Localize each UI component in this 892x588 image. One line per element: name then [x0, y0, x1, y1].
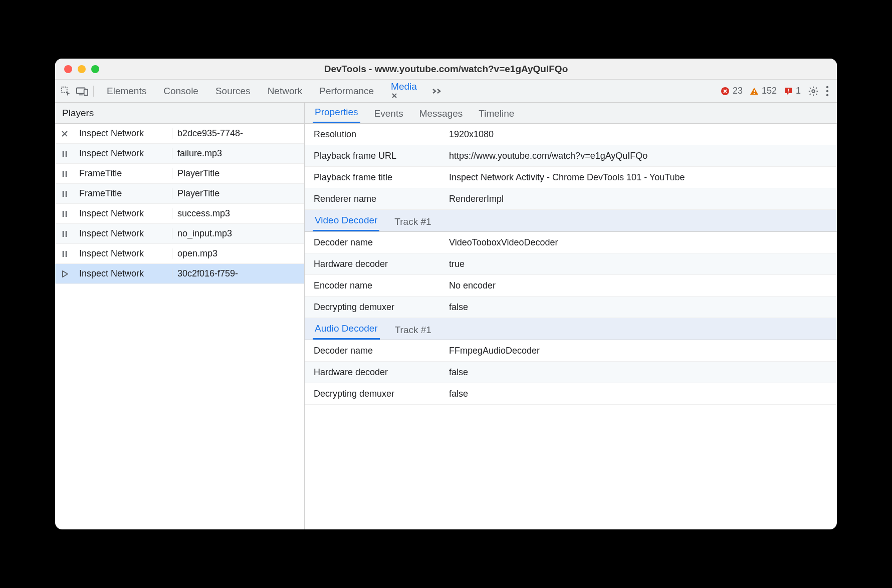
player-row[interactable]: FrameTitlePlayerTitle: [55, 164, 304, 184]
settings-icon[interactable]: [808, 86, 819, 97]
audio-decoder-tab[interactable]: Audio Decoder: [313, 319, 380, 340]
svg-marker-32: [63, 271, 68, 277]
player-frame: Inspect Network: [74, 268, 172, 279]
issue-count-value: 1: [796, 86, 801, 96]
property-key: Hardware decoder: [314, 367, 449, 378]
player-frame: Inspect Network: [74, 228, 172, 239]
player-row[interactable]: Inspect Networkfailure.mp3: [55, 144, 304, 164]
svg-point-14: [812, 90, 815, 93]
properties-list: Resolution1920x1080Playback frame URLhtt…: [305, 124, 837, 529]
more-tabs-icon[interactable]: [432, 87, 443, 95]
main-toolbar: Elements Console Sources Network Perform…: [55, 80, 837, 103]
property-key: Renderer name: [314, 194, 449, 204]
players-list: Inspect Networkb2dce935-7748-Inspect Net…: [55, 124, 304, 529]
player-title: 30c2f016-f759-: [172, 268, 304, 279]
inspect-element-icon[interactable]: [60, 86, 71, 97]
tab-media-label: Media: [391, 81, 417, 92]
property-key: Decoder name: [314, 346, 449, 356]
property-key: Resolution: [314, 129, 449, 140]
player-frame: Inspect Network: [74, 248, 172, 259]
subtab-events[interactable]: Events: [372, 104, 405, 123]
details-pane: Properties Events Messages Timeline Reso…: [305, 103, 837, 529]
players-header: Players: [55, 103, 304, 124]
property-value: 1920x1080: [449, 129, 828, 140]
detail-subtabs: Properties Events Messages Timeline: [305, 103, 837, 124]
player-row[interactable]: Inspect Networksuccess.mp3: [55, 204, 304, 224]
property-key: Encoder name: [314, 280, 449, 291]
audio-decoder-section: Audio Decoder Track #1: [305, 318, 837, 340]
device-toggle-icon[interactable]: [76, 86, 88, 96]
pause-icon: [55, 170, 74, 178]
property-key: Decrypting demuxer: [314, 389, 449, 399]
property-row: Playback frame URLhttps://www.youtube.co…: [305, 145, 837, 167]
kebab-menu-icon[interactable]: [826, 86, 829, 97]
zoom-window-button[interactable]: [91, 65, 99, 73]
svg-point-13: [788, 91, 789, 92]
close-icon[interactable]: [391, 92, 418, 99]
player-title: success.mp3: [172, 208, 304, 219]
devtools-window: DevTools - www.youtube.com/watch?v=e1gAy…: [55, 59, 837, 529]
property-key: Playback frame title: [314, 172, 449, 183]
play-icon: [55, 270, 74, 278]
property-row: Hardware decodertrue: [305, 253, 837, 275]
titlebar: DevTools - www.youtube.com/watch?v=e1gAy…: [55, 59, 837, 80]
audio-track-tab[interactable]: Track #1: [393, 321, 433, 340]
error-icon: [721, 87, 730, 96]
window-title: DevTools - www.youtube.com/watch?v=e1gAy…: [55, 64, 837, 75]
property-value: RendererImpl: [449, 194, 828, 204]
property-key: Hardware decoder: [314, 259, 449, 269]
svg-point-10: [754, 93, 755, 94]
player-row[interactable]: Inspect Network30c2f016-f759-: [55, 264, 304, 284]
property-key: Decrypting demuxer: [314, 302, 449, 313]
svg-rect-3: [84, 89, 88, 95]
warning-count[interactable]: 152: [750, 86, 777, 96]
player-title: b2dce935-7748-: [172, 128, 304, 139]
property-value: VideoTooboxVideoDecoder: [449, 237, 828, 248]
status-area: 23 152 1: [721, 86, 832, 97]
warning-icon: [750, 87, 759, 96]
tab-performance[interactable]: Performance: [316, 82, 377, 101]
property-value: Inspect Network Activity - Chrome DevToo…: [449, 172, 828, 183]
property-value: https://www.youtube.com/watch?v=e1gAyQuI…: [449, 151, 828, 161]
pause-icon: [55, 150, 74, 158]
property-value: false: [449, 389, 828, 399]
traffic-lights: [55, 65, 99, 73]
property-value: FFmpegAudioDecoder: [449, 346, 828, 356]
player-row[interactable]: Inspect Networkb2dce935-7748-: [55, 124, 304, 144]
close-window-button[interactable]: [64, 65, 72, 73]
player-row[interactable]: FrameTitlePlayerTitle: [55, 184, 304, 204]
error-count-value: 23: [733, 86, 743, 96]
video-decoder-tab[interactable]: Video Decoder: [313, 211, 379, 231]
minimize-window-button[interactable]: [78, 65, 86, 73]
tab-media[interactable]: Media: [388, 77, 421, 105]
issue-count[interactable]: 1: [784, 86, 801, 96]
video-decoder-section: Video Decoder Track #1: [305, 210, 837, 232]
property-row: Decoder nameVideoTooboxVideoDecoder: [305, 232, 837, 253]
player-title: failure.mp3: [172, 148, 304, 159]
player-frame: Inspect Network: [74, 208, 172, 219]
property-row: Renderer nameRendererImpl: [305, 188, 837, 210]
property-row: Resolution1920x1080: [305, 124, 837, 145]
property-key: Decoder name: [314, 237, 449, 248]
subtab-messages[interactable]: Messages: [417, 104, 465, 123]
property-row: Hardware decoderfalse: [305, 362, 837, 383]
video-track-tab[interactable]: Track #1: [392, 212, 433, 231]
tab-network[interactable]: Network: [265, 82, 306, 101]
player-row[interactable]: Inspect Networkopen.mp3: [55, 244, 304, 264]
tab-sources[interactable]: Sources: [212, 82, 254, 101]
property-row: Decoder nameFFmpegAudioDecoder: [305, 340, 837, 362]
tab-console[interactable]: Console: [160, 82, 201, 101]
property-row: Decrypting demuxerfalse: [305, 297, 837, 318]
tab-elements[interactable]: Elements: [104, 82, 149, 101]
property-value: false: [449, 302, 828, 313]
property-value: false: [449, 367, 828, 378]
pause-icon: [55, 210, 74, 218]
player-row[interactable]: Inspect Networkno_input.mp3: [55, 224, 304, 244]
player-title: PlayerTitle: [172, 188, 304, 199]
subtab-properties[interactable]: Properties: [313, 103, 360, 123]
error-count[interactable]: 23: [721, 86, 743, 96]
pause-icon: [55, 190, 74, 198]
players-pane: Players Inspect Networkb2dce935-7748-Ins…: [55, 103, 305, 529]
subtab-timeline[interactable]: Timeline: [477, 104, 516, 123]
property-value: true: [449, 259, 828, 269]
